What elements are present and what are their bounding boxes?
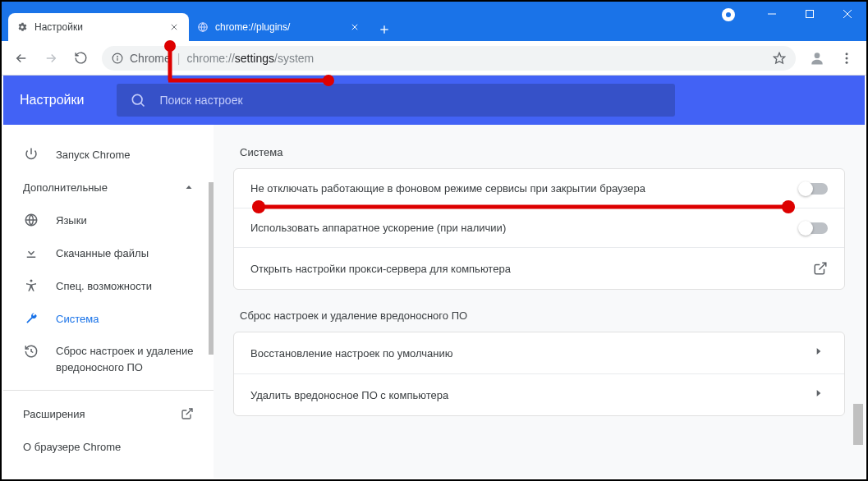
svg-point-28 — [30, 280, 33, 282]
sidebar-section-label: Дополнительные — [23, 181, 108, 194]
row-label: Восстановление настроек по умолчанию — [250, 347, 453, 360]
sidebar-item-label: О браузере Chrome — [23, 441, 121, 453]
toggle-background-apps[interactable] — [800, 183, 828, 195]
site-info-icon — [112, 53, 123, 64]
svg-point-17 — [815, 53, 820, 58]
sidebar-item-accessibility[interactable]: Спец. возможности — [3, 269, 214, 302]
browser-toolbar: Chrome | chrome://settings/system — [2, 41, 866, 76]
svg-line-22 — [141, 103, 145, 107]
svg-rect-27 — [27, 257, 36, 259]
row-label: Открыть настройки прокси-сервера для ком… — [250, 263, 511, 275]
bookmark-star-icon[interactable] — [773, 52, 786, 65]
settings-search[interactable] — [117, 84, 675, 117]
gear-icon — [16, 21, 28, 33]
address-bar[interactable]: Chrome | chrome://settings/system — [102, 46, 796, 71]
svg-point-19 — [846, 57, 848, 59]
settings-panel: Система Не отключать работающие в фоново… — [214, 125, 865, 478]
download-icon — [23, 245, 39, 261]
sidebar-item-languages[interactable]: Языки — [3, 204, 214, 236]
window-controls — [753, 2, 866, 26]
maximize-button[interactable] — [791, 2, 829, 26]
sidebar-item-reset[interactable]: Сброс настроек и удаление вредоносного П… — [3, 335, 214, 383]
wrench-icon — [23, 310, 39, 327]
settings-sidebar: Запуск Chrome Дополнительные Языки Скача… — [3, 125, 214, 478]
sidebar-item-about[interactable]: О браузере Chrome — [3, 430, 214, 463]
row-restore-defaults[interactable]: Восстановление настроек по умолчанию — [234, 332, 844, 373]
close-icon[interactable] — [348, 21, 361, 34]
svg-rect-8 — [806, 11, 814, 18]
sidebar-item-downloads[interactable]: Скачанные файлы — [3, 236, 214, 269]
svg-marker-29 — [817, 348, 821, 355]
profile-indicator-icon[interactable] — [722, 8, 735, 21]
sidebar-item-label: Языки — [56, 214, 87, 227]
close-window-button[interactable] — [829, 2, 866, 26]
globe-icon — [197, 21, 209, 33]
settings-body: Запуск Chrome Дополнительные Языки Скача… — [3, 125, 865, 478]
minimize-button[interactable] — [753, 2, 791, 26]
page-title: Настройки — [20, 93, 84, 108]
sidebar-section-advanced[interactable]: Дополнительные — [3, 171, 214, 204]
card-reset: Восстановление настроек по умолчанию Уда… — [233, 332, 845, 416]
tab-strip: Настройки chrome://plugins/ — [2, 2, 396, 41]
toggle-hardware-accel[interactable] — [800, 222, 828, 234]
sidebar-item-label: Расширения — [23, 408, 85, 420]
sidebar-item-label: Запуск Chrome — [56, 149, 131, 161]
globe-icon — [23, 212, 39, 228]
panel-scrollbar-thumb[interactable] — [853, 404, 863, 445]
open-in-new-icon — [813, 261, 828, 276]
row-cleanup-computer[interactable]: Удалить вредоносное ПО с компьютера — [234, 373, 844, 415]
restore-icon — [23, 343, 39, 360]
section-title-system: Система — [240, 146, 845, 158]
sidebar-item-label: Система — [56, 313, 99, 325]
svg-point-20 — [846, 61, 848, 63]
svg-rect-15 — [117, 57, 117, 61]
row-hardware-accel[interactable]: Использовать аппаратное ускорение (при н… — [234, 208, 844, 247]
chevron-right-icon — [813, 346, 828, 360]
chevron-right-icon — [813, 387, 828, 402]
svg-marker-16 — [774, 53, 784, 63]
page-content: Настройки Запуск Chrome Дополнительные Я… — [3, 76, 865, 478]
window-titlebar: Настройки chrome://plugins/ — [2, 2, 866, 41]
section-title-reset: Сброс настроек и удаление вредоносного П… — [240, 309, 845, 322]
menu-button[interactable] — [834, 45, 860, 71]
settings-header: Настройки — [3, 76, 865, 125]
security-label: Chrome — [130, 52, 171, 65]
sidebar-item-label: Сброс настроек и удаление вредоносного П… — [56, 343, 194, 375]
open-in-new-icon — [181, 407, 194, 420]
power-icon — [23, 146, 39, 163]
back-button[interactable] — [8, 45, 34, 71]
sidebar-item-label: Скачанные файлы — [56, 247, 149, 259]
search-input[interactable] — [159, 94, 662, 107]
tab-title: Настройки — [34, 21, 83, 33]
sidebar-item-label: Спец. возможности — [56, 280, 152, 292]
row-label: Использовать аппаратное ускорение (при н… — [250, 222, 506, 234]
url-text: chrome://settings/system — [186, 52, 314, 65]
row-proxy-settings[interactable]: Открыть настройки прокси-сервера для ком… — [234, 247, 844, 289]
chevron-up-icon — [184, 182, 194, 192]
sidebar-item-on-startup[interactable]: Запуск Chrome — [3, 138, 214, 171]
row-label: Удалить вредоносное ПО с компьютера — [250, 389, 448, 401]
forward-button[interactable] — [38, 45, 64, 71]
profile-button[interactable] — [804, 45, 830, 71]
tab-settings[interactable]: Настройки — [8, 13, 189, 41]
svg-point-21 — [133, 94, 143, 104]
svg-marker-30 — [817, 390, 821, 396]
new-tab-button[interactable] — [373, 18, 396, 41]
svg-point-18 — [846, 53, 848, 55]
accessibility-icon — [23, 277, 39, 294]
svg-marker-24 — [186, 186, 192, 189]
tab-plugins[interactable]: chrome://plugins/ — [189, 13, 370, 41]
card-system: Не отключать работающие в фоновом режиме… — [233, 168, 845, 290]
tab-title: chrome://plugins/ — [215, 21, 290, 33]
svg-point-14 — [117, 55, 118, 57]
close-icon[interactable] — [168, 21, 181, 34]
reload-button[interactable] — [67, 45, 94, 71]
row-label: Не отключать работающие в фоновом режиме… — [250, 182, 645, 195]
sidebar-item-extensions[interactable]: Расширения — [3, 397, 214, 430]
sidebar-item-system[interactable]: Система — [3, 302, 214, 335]
search-icon — [130, 92, 146, 108]
row-background-apps[interactable]: Не отключать работающие в фоновом режиме… — [234, 169, 844, 208]
